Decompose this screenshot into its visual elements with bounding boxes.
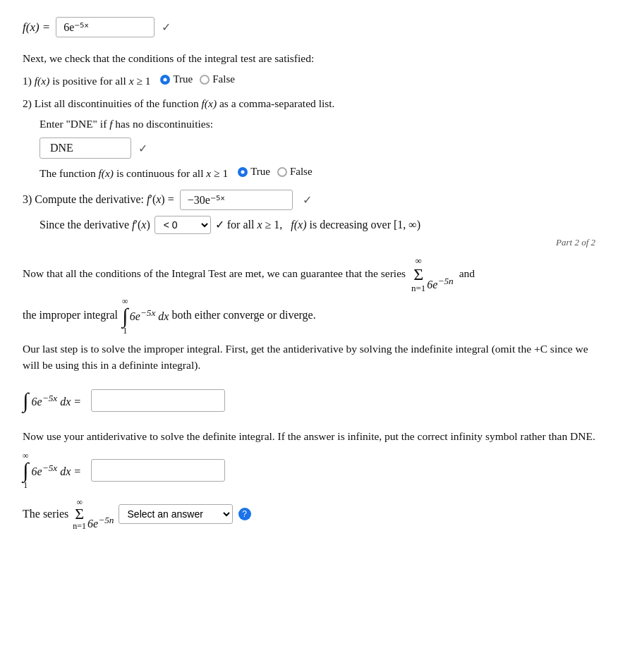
condition1-true-option[interactable]: True [160, 73, 193, 85]
function-label: f(x) = [23, 20, 50, 35]
continuous-false-option[interactable]: False [277, 166, 313, 178]
bottom-series-expression: 6e−5n [87, 515, 114, 530]
condition1-true-label: True [173, 73, 193, 85]
condition1-label: 1) f(x) is positive for all x ≥ 1 True F… [23, 73, 595, 87]
help-icon[interactable]: ? [238, 508, 251, 520]
condition1-true-radio[interactable] [160, 75, 170, 85]
condition1-false-radio[interactable] [200, 75, 210, 85]
part-label: Part 2 of 2 [23, 237, 595, 248]
dne-input[interactable]: DNE [40, 138, 131, 159]
improper-integrand: 6e−5x dx [130, 305, 169, 327]
improper-integral-prefix: the improper integral [23, 305, 118, 326]
continuous-true-option[interactable]: True [238, 166, 270, 178]
continuous-true-label: True [250, 166, 270, 178]
bottom-sigma-symbol: Σ [75, 506, 84, 522]
both-text: both either converge or diverge. [171, 305, 315, 326]
bottom-series-row: The series ∞ Σ n=1 6e−5n Select an answe… [23, 498, 595, 530]
derivative-input[interactable]: −30e⁻⁵ˣ [180, 190, 293, 210]
continuous-false-radio[interactable] [277, 167, 287, 177]
series-answer-dropdown[interactable]: Select an answer converges diverges [119, 504, 233, 524]
derivative-sign-dropdown[interactable]: < 0 > 0 = 0 [154, 216, 211, 234]
function-input[interactable]: 6e⁻⁵ˣ [56, 17, 154, 37]
condition2-label: 2) List all discontinuities of the funct… [23, 97, 595, 110]
check-icon: ✓ [162, 20, 171, 34]
condition3-label: 3) Compute the derivative: f′(x) = [23, 193, 174, 206]
definite-integral-lower: 1 [23, 481, 28, 489]
improper-integral-lower: 1 [123, 326, 127, 335]
intro-text: Next, we check that the conditions of th… [23, 50, 595, 66]
condition1-false-label: False [212, 73, 235, 85]
definite-integral-block: ∞ ∫ 1 6e−5x dx = [23, 451, 595, 489]
dne-row: DNE ✓ [40, 138, 595, 159]
for-all-text: ✓ for all x ≥ 1, f(x) is decreasing over… [215, 218, 420, 231]
condition2-sub-label: Enter "DNE" if f has no discontinuities: [40, 116, 595, 132]
series-lower: n=1 [411, 283, 425, 294]
indefinite-integrand: 6e−5x dx = [32, 393, 82, 408]
continuous-label: The function f(x) is continuous for all … [40, 166, 595, 180]
now-text-block: Now that all the conditions of the Integ… [23, 255, 595, 294]
continuous-true-radio[interactable] [238, 167, 248, 177]
indefinite-answer-input[interactable] [91, 389, 225, 412]
bottom-series-prefix: The series [23, 508, 68, 520]
continuous-false-label: False [290, 166, 313, 178]
top-function-row: f(x) = 6e⁻⁵ˣ ✓ [23, 17, 595, 37]
dne-check-icon: ✓ [138, 142, 147, 155]
indefinite-integral-sign: ∫ [23, 390, 28, 411]
sigma-symbol-1: Σ [413, 266, 423, 283]
bottom-sigma-lower: n=1 [73, 522, 86, 530]
improper-integral-line: the improper integral ∞ ∫ 1 6e−5x dx bot… [23, 297, 595, 335]
definite-integrand: 6e−5x dx = [32, 463, 82, 478]
improper-integral-sign: ∫ [122, 305, 128, 326]
condition1-truefalse: True False [160, 73, 234, 85]
condition1-false-option[interactable]: False [200, 73, 235, 85]
series-expression-1: 6e−5n [427, 274, 453, 294]
definite-answer-input[interactable] [91, 459, 225, 482]
since-text: Since the derivative f′(x) [40, 219, 150, 231]
series-upper: ∞ [416, 255, 422, 267]
indefinite-integral-block: ∞ ∫ 1 6e−5x dx = [23, 381, 595, 420]
now-use-text: Now use your antiderivative to solve the… [23, 428, 595, 444]
last-step-text: Our last step is to solve the improper i… [23, 341, 595, 374]
condition3-row: 3) Compute the derivative: f′(x) = −30e⁻… [23, 190, 595, 210]
continuous-truefalse: True False [238, 166, 312, 178]
derivative-check-icon: ✓ [303, 194, 312, 206]
definite-integral-sign: ∫ [23, 460, 28, 481]
